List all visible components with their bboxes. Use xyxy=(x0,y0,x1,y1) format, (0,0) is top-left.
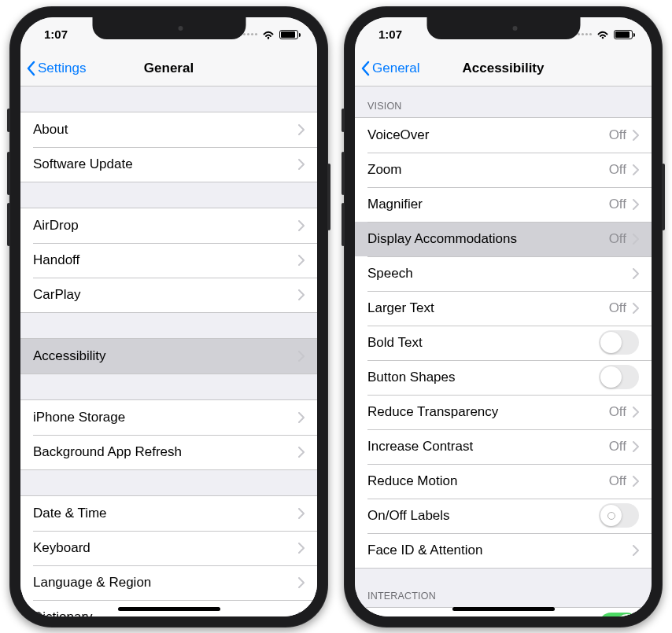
row-value: Off xyxy=(609,197,626,212)
more-icon xyxy=(243,33,257,35)
row-bold-text[interactable]: Bold Text xyxy=(355,326,652,360)
home-indicator[interactable] xyxy=(452,607,555,611)
row-handoff[interactable]: Handoff xyxy=(20,243,317,278)
row-reduce-transparency[interactable]: Reduce TransparencyOff xyxy=(355,395,652,429)
nav-bar: General Accessibility xyxy=(355,52,652,86)
chevron-right-icon xyxy=(633,130,639,141)
screen: 1:07 General Accessibility VISION VoiceO… xyxy=(355,17,652,616)
group-vision: VoiceOverOffZoomOffMagnifierOffDisplay A… xyxy=(355,117,652,569)
side-button xyxy=(662,164,665,230)
row-accessibility[interactable]: Accessibility xyxy=(20,339,317,374)
row-airdrop[interactable]: AirDrop xyxy=(20,208,317,243)
chevron-right-icon xyxy=(633,303,639,314)
svg-point-0 xyxy=(268,36,270,39)
row-reduce-motion[interactable]: Reduce MotionOff xyxy=(355,464,652,499)
row-label: Background App Refresh xyxy=(33,444,298,460)
volume-up-button xyxy=(342,152,345,195)
wifi-icon xyxy=(262,30,275,39)
row-label: Larger Text xyxy=(367,300,609,316)
toggle-switch[interactable] xyxy=(599,613,639,616)
chevron-right-icon xyxy=(298,159,305,170)
status-indicators xyxy=(578,30,633,39)
row-background-app-refresh[interactable]: Background App Refresh xyxy=(20,435,317,469)
chevron-right-icon xyxy=(298,577,305,588)
section-header-vision: VISION xyxy=(355,86,652,117)
row-label: Display Accommodations xyxy=(367,231,609,247)
wifi-icon xyxy=(596,30,609,39)
row-label: Bold Text xyxy=(367,335,599,351)
chevron-right-icon xyxy=(298,351,305,362)
volume-up-button xyxy=(7,152,10,195)
volume-down-button xyxy=(342,203,345,246)
group-about: AboutSoftware Update xyxy=(20,112,317,182)
row-label: About xyxy=(33,122,298,138)
row-label: Increase Contrast xyxy=(367,439,609,455)
row-software-update[interactable]: Software Update xyxy=(20,147,317,182)
row-label: Software Update xyxy=(33,156,298,172)
toggle-switch[interactable] xyxy=(599,330,639,355)
row-voiceover[interactable]: VoiceOverOff xyxy=(355,118,652,153)
row-label: Zoom xyxy=(367,162,609,178)
row-larger-text[interactable]: Larger TextOff xyxy=(355,291,652,326)
row-label: Button Shapes xyxy=(367,370,599,385)
row-on-off-labels[interactable]: On/Off Labels xyxy=(355,499,652,533)
status-indicators xyxy=(243,30,298,39)
row-value: Off xyxy=(609,231,626,247)
battery-icon xyxy=(614,30,633,39)
row-date-time[interactable]: Date & Time xyxy=(20,496,317,531)
row-iphone-storage[interactable]: iPhone Storage xyxy=(20,400,317,435)
notch xyxy=(426,17,580,39)
chevron-right-icon xyxy=(298,612,305,616)
home-indicator[interactable] xyxy=(118,607,220,611)
group-airdrop: AirDropHandoffCarPlay xyxy=(20,208,317,313)
chevron-right-icon xyxy=(298,220,305,231)
row-value: Off xyxy=(609,162,626,178)
row-display-accommodations[interactable]: Display AccommodationsOff xyxy=(355,222,652,256)
row-zoom[interactable]: ZoomOff xyxy=(355,153,652,187)
row-increase-contrast[interactable]: Increase ContrastOff xyxy=(355,429,652,464)
chevron-right-icon xyxy=(633,441,639,452)
chevron-left-icon xyxy=(27,61,36,76)
row-about[interactable]: About xyxy=(20,112,317,147)
row-label: Magnifier xyxy=(367,197,609,212)
chevron-right-icon xyxy=(298,289,305,300)
back-button[interactable]: General xyxy=(355,61,419,76)
row-label: CarPlay xyxy=(33,287,298,303)
page-title: Accessibility xyxy=(463,61,545,76)
row-language-region[interactable]: Language & Region xyxy=(20,565,317,600)
row-value: Off xyxy=(609,404,626,420)
more-icon xyxy=(578,33,592,35)
nav-bar: Settings General xyxy=(20,52,317,86)
side-button xyxy=(327,164,330,230)
page-title: General xyxy=(144,61,194,76)
group-storage: iPhone StorageBackground App Refresh xyxy=(20,399,317,470)
row-button-shapes[interactable]: Button Shapes xyxy=(355,360,652,395)
row-magnifier[interactable]: MagnifierOff xyxy=(355,187,652,222)
notch xyxy=(92,17,246,39)
toggle-switch[interactable] xyxy=(599,503,639,528)
screen: 1:07 Settings General AboutSoftware Upda… xyxy=(20,17,317,616)
content-area[interactable]: AboutSoftware Update AirDropHandoffCarPl… xyxy=(20,86,317,616)
chevron-right-icon xyxy=(298,508,305,519)
row-carplay[interactable]: CarPlay xyxy=(20,278,317,312)
content-area[interactable]: VISION VoiceOverOffZoomOffMagnifierOffDi… xyxy=(355,86,652,616)
toggle-switch[interactable] xyxy=(599,365,639,389)
back-label: General xyxy=(372,61,419,76)
row-value: Off xyxy=(609,127,626,143)
row-keyboard[interactable]: Keyboard xyxy=(20,531,317,565)
back-button[interactable]: Settings xyxy=(20,61,86,76)
group-accessibility: Accessibility xyxy=(20,338,317,374)
row-face-id-attention[interactable]: Face ID & Attention xyxy=(355,533,652,568)
chevron-right-icon xyxy=(298,124,305,135)
chevron-right-icon xyxy=(633,199,639,210)
row-label: Reduce Transparency xyxy=(367,404,609,420)
row-label: Date & Time xyxy=(33,506,298,521)
status-time: 1:07 xyxy=(44,28,68,41)
row-speech[interactable]: Speech xyxy=(355,256,652,291)
row-label: AirDrop xyxy=(33,218,298,234)
row-label: Language & Region xyxy=(33,575,298,591)
mute-switch xyxy=(7,109,10,132)
group-datetime: Date & TimeKeyboardLanguage & RegionDict… xyxy=(20,495,317,616)
mute-switch xyxy=(342,109,345,132)
row-label: On/Off Labels xyxy=(367,508,599,524)
